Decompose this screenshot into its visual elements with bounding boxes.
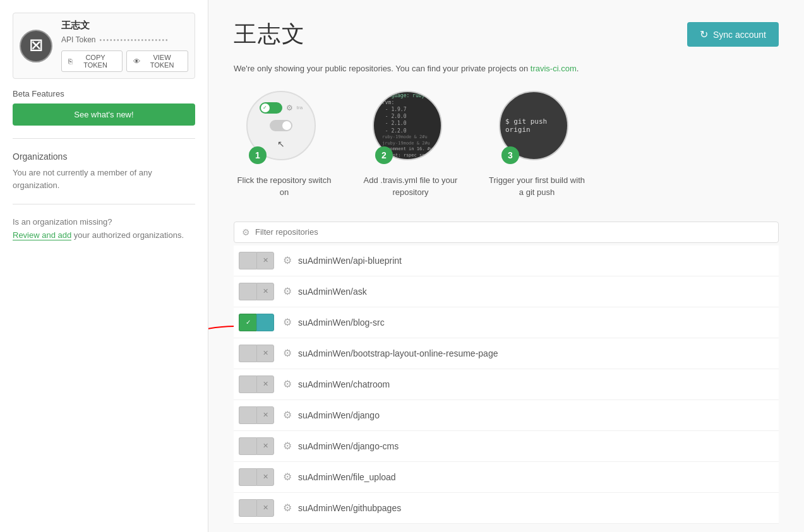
toggle-off-button[interactable]: ✕ [256, 406, 274, 424]
see-whats-new-button[interactable]: See what's new! [13, 103, 195, 126]
table-row: ✕ ⚙ suAdminWen/api-blueprint [234, 245, 779, 276]
gear-icon[interactable]: ⚙ [283, 378, 292, 390]
toggle-off-button[interactable] [256, 314, 274, 331]
sidebar: ☒ 王志文 API Token •••••••••••••••••••• ⎘ C… [0, 0, 208, 532]
step-2-desc: Add .travis.yml file to your repository [360, 174, 461, 199]
step-2-image: language: ruby rvm: - 1.9.7 - 2.0.0 - 2.… [373, 91, 448, 167]
table-row: ✕ ⚙ suAdminWen/githubpages [234, 493, 779, 524]
toggle-off-button[interactable]: ✕ [256, 499, 274, 517]
filter-input[interactable] [255, 227, 771, 237]
review-link[interactable]: Review and add [13, 230, 71, 240]
view-token-button[interactable]: 👁 VIEW TOKEN [126, 50, 188, 72]
table-row: ✕ ⚙ suAdminWen/file_upload [234, 462, 779, 493]
toggle-on-button[interactable] [239, 283, 256, 300]
toggle-group: ✕ [239, 375, 274, 393]
gear-icon[interactable]: ⚙ [283, 316, 292, 328]
toggle-off-button[interactable]: ✕ [256, 345, 274, 362]
info-text: We're only showing your public repositor… [234, 62, 779, 76]
eye-icon: 👁 [133, 57, 140, 65]
travis-link[interactable]: travis-ci.com [531, 64, 577, 73]
sync-account-button[interactable]: ↻ Sync account [687, 22, 779, 47]
toggle-off-button[interactable]: ✕ [256, 252, 274, 269]
gear-icon[interactable]: ⚙ [283, 347, 292, 359]
step-3-image: $ git push origin 3 [499, 91, 575, 167]
toggle-on-button[interactable] [239, 406, 256, 424]
toggle-group: ✓ [239, 314, 274, 331]
toggle-on-button[interactable] [239, 345, 256, 362]
repo-name[interactable]: suAdminWen/chatroom [298, 379, 774, 389]
toggle-on-button[interactable] [239, 468, 256, 486]
profile-info: 王志文 API Token •••••••••••••••••••• ⎘ COP… [61, 20, 188, 72]
step-2-badge: 2 [375, 146, 393, 164]
toggle-on-button[interactable] [239, 437, 256, 455]
toggle-off-button[interactable]: ✕ [256, 375, 274, 393]
toggle-group: ✕ [239, 252, 274, 269]
toggle-off-button[interactable]: ✕ [256, 283, 274, 300]
gear-icon-step1: ⚙ [286, 103, 293, 112]
toggle-off-button[interactable]: ✕ [256, 468, 274, 486]
step-1-desc: Flick the repository switch on [234, 174, 335, 199]
organizations-title: Organizations [13, 151, 195, 162]
repo-name[interactable]: suAdminWen/file_upload [298, 472, 774, 482]
gear-icon[interactable]: ⚙ [283, 409, 292, 421]
page-title: 王志文 [234, 19, 306, 50]
profile-name: 王志文 [61, 20, 188, 32]
org-missing-text: Is an organization missing? [13, 217, 195, 227]
table-row: ✕ ⚙ suAdminWen/django-cms [234, 431, 779, 462]
beta-label: Beta Features [13, 89, 195, 98]
toggle-on-button[interactable]: ✓ [239, 314, 256, 331]
copy-token-button[interactable]: ⎘ COPY TOKEN [61, 50, 123, 72]
toggle-group: ✕ [239, 283, 274, 300]
repo-name[interactable]: suAdminWen/api-blueprint [298, 256, 774, 266]
repo-name[interactable]: suAdminWen/blog-src [298, 317, 774, 328]
step-1-badge: 1 [249, 146, 267, 164]
main-header: 王志文 ↻ Sync account [234, 19, 779, 50]
api-token-row: API Token •••••••••••••••••••• [61, 35, 188, 44]
gear-icon[interactable]: ⚙ [283, 285, 292, 297]
copy-icon: ⎘ [68, 57, 73, 65]
step-1: ⚙ tra ↖ 1 Flick the repository switch on [234, 91, 335, 199]
org-review-text: Review and add your authorized organizat… [13, 230, 195, 240]
gear-icon[interactable]: ⚙ [283, 440, 292, 452]
toggle-on-button[interactable] [239, 252, 256, 269]
avatar: ☒ [20, 30, 52, 62]
token-buttons: ⎘ COPY TOKEN 👁 VIEW TOKEN [61, 50, 188, 72]
api-token-label: API Token [61, 35, 95, 44]
step-3: $ git push origin 3 Trigger your first b… [486, 91, 587, 199]
toggle-on-button[interactable] [239, 375, 256, 393]
gear-icon[interactable]: ⚙ [283, 502, 292, 514]
divider-1 [13, 138, 195, 139]
toggle-group: ✕ [239, 468, 274, 486]
repo-name[interactable]: suAdminWen/bootstrap-layout-online-resum… [298, 348, 774, 358]
table-row: ✕ ⚙ suAdminWen/bootstrap-layout-online-r… [234, 338, 779, 369]
step-2: language: ruby rvm: - 1.9.7 - 2.0.0 - 2.… [360, 91, 461, 199]
table-row: ✕ ⚙ suAdminWen/ask [234, 276, 779, 307]
toggle-on-button[interactable] [239, 499, 256, 517]
repo-name[interactable]: suAdminWen/django-cms [298, 441, 774, 451]
organizations-section: Organizations You are not currently a me… [13, 151, 195, 191]
org-missing-section: Is an organization missing? Review and a… [13, 217, 195, 240]
toggle-group: ✕ [239, 499, 274, 517]
repo-list: ✕ ⚙ suAdminWen/api-blueprint ✕ ⚙ suAdmin… [234, 245, 779, 524]
step-3-badge: 3 [501, 146, 519, 164]
filter-bar: ⚙ [234, 222, 779, 243]
beta-section: Beta Features See what's new! [13, 89, 195, 126]
repo-name[interactable]: suAdminWen/githubpages [298, 503, 774, 513]
token-dots: •••••••••••••••••••• [99, 37, 169, 44]
main-content: 王志文 ↻ Sync account We're only showing yo… [208, 0, 804, 532]
table-row: ✓ ⚙ suAdminWen/blog-src [234, 307, 779, 338]
repo-name[interactable]: suAdminWen/django [298, 410, 774, 420]
step-3-desc: Trigger your first build with a git push [486, 174, 587, 199]
repo-name[interactable]: suAdminWen/ask [298, 287, 774, 297]
table-row: ✕ ⚙ suAdminWen/chatroom [234, 369, 779, 400]
table-row: ✕ ⚙ suAdminWen/django [234, 400, 779, 431]
gear-icon[interactable]: ⚙ [283, 254, 292, 266]
gear-icon[interactable]: ⚙ [283, 471, 292, 483]
toggle-group: ✕ [239, 437, 274, 455]
blog-src-row-wrapper: ✓ ⚙ suAdminWen/blog-src [234, 307, 779, 338]
divider-2 [13, 204, 195, 204]
toggle-off-button[interactable]: ✕ [256, 437, 274, 455]
steps-row: ⚙ tra ↖ 1 Flick the repository switch on [234, 91, 779, 199]
toggle-group: ✕ [239, 345, 274, 362]
cursor-icon: ↖ [277, 139, 285, 149]
